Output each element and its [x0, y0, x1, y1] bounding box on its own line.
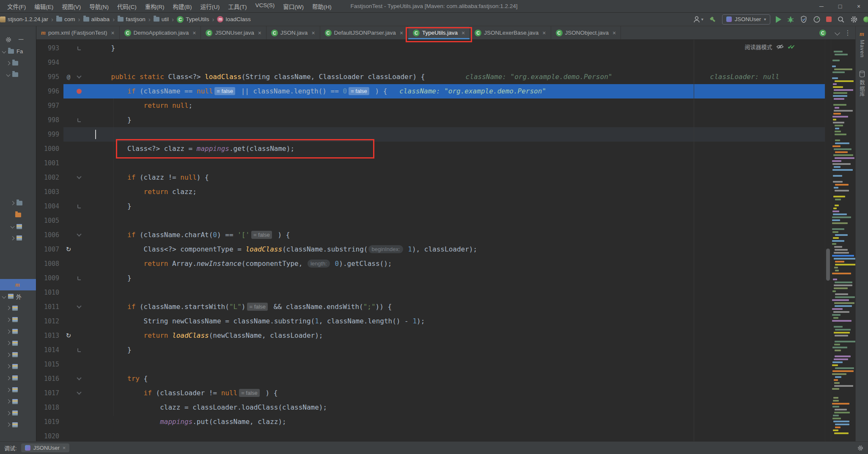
debug-tab[interactable]: JSONUser × — [21, 443, 70, 452]
menu-item[interactable]: 工具(T) — [224, 1, 250, 12]
tree-chevron-icon[interactable] — [2, 49, 6, 54]
project-tree-row[interactable] — [0, 372, 36, 384]
tree-chevron-icon[interactable] — [6, 329, 11, 334]
tree-chevron-icon[interactable] — [6, 399, 11, 404]
line-number[interactable]: 1010 — [36, 285, 63, 300]
run-config-select[interactable]: JSONUser ▾ — [722, 14, 770, 25]
code-line-994[interactable]: 994 — [36, 55, 825, 70]
minimap[interactable] — [831, 40, 855, 441]
project-tree-row[interactable] — [0, 314, 36, 326]
maximize-button[interactable]: □ — [831, 0, 849, 13]
line-number[interactable]: 1006 — [36, 228, 63, 242]
fold-end-icon[interactable] — [77, 118, 81, 122]
project-tree-row[interactable] — [0, 349, 36, 361]
breadcrumb-item[interactable]: stjson-1.2.24.jar — [0, 16, 48, 22]
coverage-button[interactable] — [800, 16, 808, 23]
menu-item[interactable]: 运行(U) — [197, 1, 224, 12]
line-number[interactable]: 1019 — [36, 415, 63, 429]
line-number[interactable]: 1008 — [36, 257, 63, 271]
editor-tab[interactable]: CJSONObject.java× — [551, 26, 621, 39]
editor-tab[interactable]: CJSONLexerBase.java× — [470, 26, 551, 39]
tab-close-icon[interactable]: × — [192, 30, 196, 36]
line-number[interactable]: 1014 — [36, 343, 63, 357]
code-line-1003[interactable]: 1003 return clazz; — [36, 185, 825, 199]
project-tree-row[interactable] — [0, 139, 36, 151]
project-tree-row[interactable] — [0, 232, 36, 244]
line-number[interactable]: 1000 — [36, 142, 63, 156]
project-tree-row[interactable] — [0, 197, 36, 209]
project-tree-row[interactable] — [0, 127, 36, 139]
minimize-button[interactable]: ─ — [812, 0, 831, 13]
line-number[interactable]: 1011 — [36, 300, 63, 314]
hide-panel-icon[interactable]: ─ — [19, 36, 23, 43]
tree-chevron-icon[interactable] — [6, 341, 11, 345]
code-line-1010[interactable]: 1010 — [36, 285, 825, 300]
menu-item[interactable]: 窗口(W) — [279, 1, 308, 12]
code-line-996[interactable]: 996 if (className == null= false || clas… — [36, 84, 825, 98]
scrollbar-thumb[interactable] — [826, 249, 830, 281]
tab-close-icon[interactable]: × — [258, 30, 261, 36]
inspections-ok-icon[interactable]: ✔✔ — [788, 44, 795, 50]
editor-tab-partial[interactable]: C — [819, 30, 830, 36]
line-number[interactable]: 1005 — [36, 213, 63, 228]
breadcrumb-item[interactable]: mloadClass — [217, 16, 250, 22]
code-line-1009[interactable]: 1009 } — [36, 271, 825, 285]
tool-window-button-maven[interactable]: mMaven — [859, 31, 865, 58]
code-line-1018[interactable]: 1018 clazz = classLoader.loadClass(class… — [36, 400, 825, 415]
line-number[interactable]: 996 — [36, 84, 63, 98]
line-number[interactable]: 994 — [36, 55, 63, 70]
tree-chevron-icon[interactable] — [6, 364, 11, 369]
project-tree-row[interactable] — [0, 302, 36, 314]
code-line-1007[interactable]: 1007↻ Class<?> componentType = loadClass… — [36, 242, 825, 257]
line-number[interactable]: 1017 — [36, 386, 63, 400]
project-tree-row[interactable] — [0, 81, 36, 93]
line-number[interactable]: 1009 — [36, 271, 63, 285]
tree-chevron-icon[interactable] — [6, 353, 11, 357]
build-button[interactable] — [709, 16, 717, 23]
settings-button[interactable] — [850, 16, 858, 23]
project-tree-row[interactable] — [0, 57, 36, 69]
code-line-1004[interactable]: 1004 } — [36, 199, 825, 213]
tab-close-icon[interactable]: × — [63, 445, 66, 451]
project-tree-row[interactable] — [0, 186, 36, 197]
menu-item[interactable]: 重构(R) — [141, 1, 168, 12]
editor-tab[interactable]: mpom.xml (FastjsonTest)× — [36, 26, 120, 39]
project-tree-row[interactable] — [0, 244, 36, 256]
tree-chevron-icon[interactable] — [6, 73, 11, 77]
code-line-1016[interactable]: 1016 try { — [36, 372, 825, 386]
project-tree-row[interactable] — [0, 384, 36, 396]
notification-dot-icon[interactable] — [863, 16, 868, 22]
tree-chevron-icon[interactable] — [6, 376, 11, 380]
menu-item[interactable]: VCS(S) — [252, 1, 279, 12]
editor-tab[interactable]: CTypeUtils.java× — [408, 26, 470, 39]
code-line-999[interactable]: 999 — [36, 127, 825, 142]
breadcrumb-item[interactable]: com — [56, 16, 75, 22]
line-number[interactable]: 1015 — [36, 357, 63, 372]
code-line-1008[interactable]: 1008 return Array.newInstance(componentT… — [36, 257, 825, 271]
code-line-1012[interactable]: 1012 String newClassName = className.sub… — [36, 314, 825, 328]
stop-button[interactable] — [826, 16, 832, 22]
tab-overflow-chevron-icon[interactable] — [835, 30, 840, 36]
project-tree-row[interactable] — [0, 407, 36, 419]
tree-chevron-icon[interactable] — [6, 61, 11, 65]
fold-arrow-icon[interactable] — [77, 304, 81, 308]
breadcrumb-item[interactable]: alibaba — [83, 16, 110, 22]
fold-arrow-icon[interactable] — [77, 390, 81, 394]
project-tree-row[interactable]: 外 — [0, 290, 36, 302]
eye-icon[interactable] — [776, 44, 784, 50]
code-line-1017[interactable]: 1017 if (classLoader != null= false ) { — [36, 386, 825, 400]
code-line-1002[interactable]: 1002 if (clazz != null) { — [36, 170, 825, 185]
tree-chevron-icon[interactable] — [11, 224, 15, 229]
tree-chevron-icon[interactable] — [11, 201, 15, 205]
code-line-1013[interactable]: 1013↻ return loadClass(newClassName, cla… — [36, 328, 825, 343]
fold-end-icon[interactable] — [77, 46, 81, 50]
tree-chevron-icon[interactable] — [6, 318, 11, 322]
editor-scrollbar[interactable] — [825, 40, 831, 441]
project-tree-row[interactable]: Fa — [0, 46, 36, 57]
menu-item[interactable]: 代码(C) — [113, 1, 140, 12]
code-line-995[interactable]: 995@ public static Class<?> loadClass(St… — [36, 70, 825, 84]
close-button[interactable]: × — [849, 0, 868, 13]
code-line-1020[interactable]: 1020 — [36, 429, 825, 441]
code-line-1011[interactable]: 1011 if (className.startsWith("L")= fals… — [36, 300, 825, 314]
menu-item[interactable]: 构建(B) — [169, 1, 196, 12]
